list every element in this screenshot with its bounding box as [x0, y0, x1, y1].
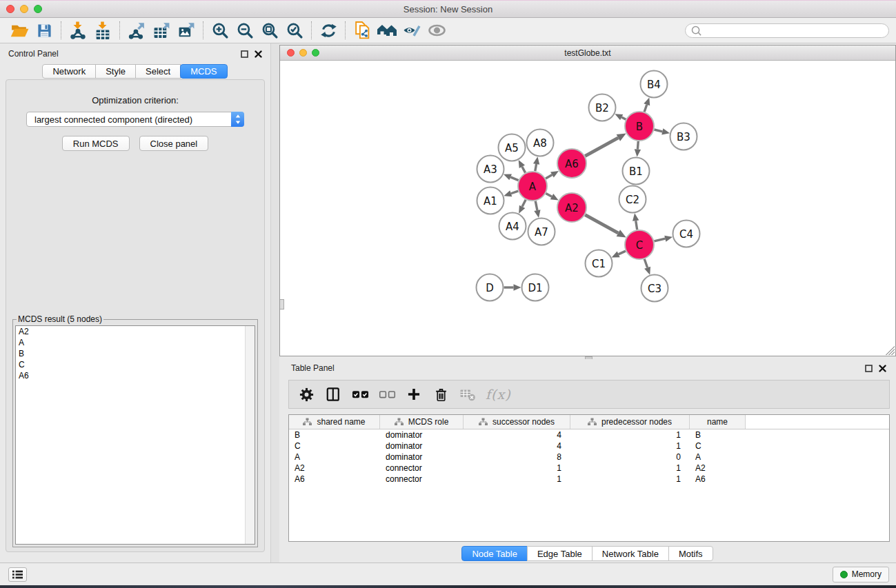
table-cell[interactable]: dominator: [380, 452, 464, 463]
zoom-in-icon[interactable]: [208, 19, 232, 41]
graph-node-B3[interactable]: B3: [670, 123, 697, 150]
table-cell[interactable]: C: [690, 440, 746, 452]
zoom-fit-icon[interactable]: [257, 19, 282, 41]
graph-node-C2[interactable]: C2: [619, 186, 646, 213]
table-row[interactable]: Adominator80A: [289, 452, 889, 463]
table-cell[interactable]: 4: [464, 440, 570, 452]
delete-table-icon[interactable]: [459, 385, 477, 403]
mcds-result-item[interactable]: A: [16, 337, 255, 348]
graph-edge-A-A4[interactable]: [522, 200, 526, 207]
table-cell[interactable]: 1: [464, 474, 570, 485]
zoom-selected-icon[interactable]: [282, 19, 307, 41]
table-cell[interactable]: 1: [570, 429, 690, 440]
table-cell[interactable]: connector: [380, 463, 464, 474]
tab-mcds[interactable]: MCDS: [180, 64, 227, 79]
close-panel-button[interactable]: Close panel: [139, 136, 209, 151]
select-all-icon[interactable]: [351, 385, 369, 403]
mcds-result-item[interactable]: B: [16, 348, 255, 359]
graph-node-A4[interactable]: A4: [499, 213, 526, 240]
graph-edge-C-C2[interactable]: [636, 221, 637, 230]
show-columns-icon[interactable]: [324, 385, 342, 403]
export-table-icon[interactable]: [149, 19, 174, 41]
copy-session-icon[interactable]: [350, 19, 375, 41]
table-cell[interactable]: B: [690, 429, 746, 440]
search-input[interactable]: [702, 26, 884, 35]
table-cell[interactable]: A6: [289, 474, 380, 485]
graph-edge-C-C1[interactable]: [619, 251, 626, 254]
graph-edge-A2-C[interactable]: [585, 215, 618, 233]
column-header-shared-name[interactable]: shared name: [289, 415, 380, 429]
tab-select[interactable]: Select: [135, 64, 181, 79]
table-cell[interactable]: connector: [380, 474, 464, 485]
table-cell[interactable]: dominator: [380, 429, 464, 440]
refresh-layout-icon[interactable]: [316, 19, 341, 41]
mcds-result-item[interactable]: A2: [16, 326, 255, 337]
table-cell[interactable]: A6: [690, 474, 746, 485]
show-eye-icon[interactable]: [424, 19, 449, 41]
graph-node-C4[interactable]: C4: [673, 221, 700, 247]
add-column-icon[interactable]: [405, 385, 423, 403]
result-scrollbar[interactable]: [245, 326, 255, 544]
deselect-all-icon[interactable]: [378, 385, 396, 403]
run-mcds-button[interactable]: Run MCDS: [62, 136, 130, 151]
canvas-side-handle[interactable]: [280, 299, 284, 310]
float-table-panel-icon[interactable]: [865, 365, 873, 372]
graph-node-A1[interactable]: A1: [477, 187, 504, 214]
graph-edge-B-B1[interactable]: [637, 141, 638, 150]
function-builder-icon[interactable]: f(x): [486, 385, 511, 403]
table-cell[interactable]: A: [289, 452, 380, 463]
resize-grip-icon[interactable]: [886, 346, 895, 355]
close-panel-icon[interactable]: [255, 50, 262, 58]
table-cell[interactable]: 0: [570, 452, 690, 463]
graph-node-A2[interactable]: A2: [557, 193, 586, 222]
export-image-icon[interactable]: [174, 19, 199, 41]
table-cell[interactable]: 1: [570, 440, 690, 452]
close-table-panel-icon[interactable]: [879, 365, 886, 372]
tab-motifs[interactable]: Motifs: [668, 546, 713, 561]
memory-button[interactable]: Memory: [833, 567, 889, 582]
mcds-result-item[interactable]: A6: [16, 370, 255, 381]
tab-edge-table[interactable]: Edge Table: [527, 546, 593, 561]
column-header-predecessor-nodes[interactable]: predecessor nodes: [570, 415, 690, 429]
graph-edge-B-B2[interactable]: [621, 117, 626, 119]
column-header-name[interactable]: name: [690, 415, 746, 429]
tab-node-table[interactable]: Node Table: [461, 546, 528, 561]
graph-edge-C-C3[interactable]: [644, 259, 647, 267]
graph-edge-B-B3[interactable]: [654, 130, 662, 132]
graph-edge-B-B4[interactable]: [644, 105, 647, 112]
table-cell[interactable]: A2: [289, 463, 380, 474]
mcds-result-item[interactable]: C: [16, 359, 255, 370]
import-network-icon[interactable]: [66, 19, 90, 41]
table-row[interactable]: Cdominator41C: [289, 440, 889, 452]
table-cell[interactable]: dominator: [380, 440, 464, 452]
graph-edge-A-A3[interactable]: [510, 177, 518, 181]
hide-graphics-details-icon[interactable]: [399, 19, 424, 41]
export-network-icon[interactable]: [124, 19, 149, 41]
panel-divider[interactable]: [270, 43, 279, 562]
save-session-icon[interactable]: [32, 19, 57, 41]
task-history-button[interactable]: [8, 567, 27, 582]
home-icon[interactable]: [375, 19, 399, 41]
zoom-out-icon[interactable]: [232, 19, 257, 41]
optimization-criterion-select[interactable]: largest connected component (directed): [26, 112, 244, 127]
tab-style[interactable]: Style: [95, 64, 136, 79]
column-header-successor-nodes[interactable]: successor nodes: [464, 415, 570, 429]
column-header-MCDS-role[interactable]: MCDS role: [380, 415, 464, 429]
graph-node-A[interactable]: A: [518, 172, 547, 201]
table-cell[interactable]: A2: [690, 463, 746, 474]
table-cell[interactable]: B: [289, 429, 380, 440]
table-cell[interactable]: 1: [570, 463, 690, 474]
table-cell[interactable]: 1: [570, 474, 690, 485]
graph-edge-A6-B[interactable]: [585, 138, 618, 156]
graph-node-C3[interactable]: C3: [641, 275, 668, 302]
graph-node-A3[interactable]: A3: [477, 156, 504, 183]
network-graph[interactable]: B4B2BB3A5A8A6A3B1AA1C2A2A4A7C4CC1C3DD1: [280, 61, 895, 356]
graph-edge-A-A5[interactable]: [522, 167, 526, 173]
graph-edge-A-A8[interactable]: [535, 164, 537, 171]
table-settings-gear-icon[interactable]: [297, 385, 315, 403]
tab-network[interactable]: Network: [42, 64, 96, 79]
table-cell[interactable]: 1: [464, 463, 570, 474]
table-row[interactable]: A2connector11A2: [289, 463, 889, 474]
graph-node-D[interactable]: D: [477, 274, 504, 301]
graph-node-B[interactable]: B: [625, 112, 654, 141]
